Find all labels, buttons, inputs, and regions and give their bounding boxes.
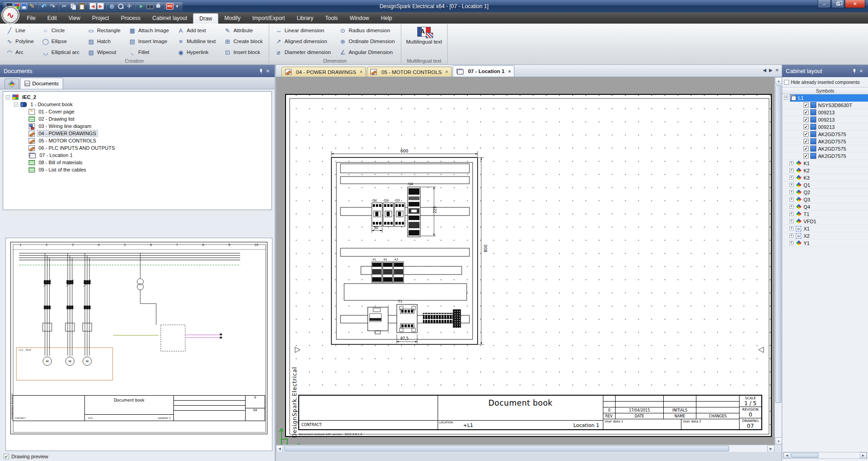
- ribbon-button[interactable]: ⊞ Create block: [220, 36, 267, 47]
- horizontal-scroll-thumb[interactable]: [791, 453, 819, 458]
- vertical-scroll-thumb[interactable]: [775, 85, 781, 403]
- checkbox-checked-icon[interactable]: ✔: [804, 146, 809, 151]
- redo-icon[interactable]: ↷: [49, 2, 56, 10]
- ribbon-button[interactable]: ○ Circle: [38, 25, 83, 36]
- ribbon-button[interactable]: ⌀ Diameter dimension: [271, 47, 335, 58]
- cabinet-tree-item[interactable]: + Q4: [782, 203, 868, 211]
- vertical-scrollbar[interactable]: ▲ ▼: [774, 77, 782, 445]
- checkbox-checked-icon[interactable]: ✔: [804, 103, 809, 108]
- ribbon-button[interactable]: ≡ Multiline text: [173, 36, 220, 47]
- find-icon[interactable]: [146, 2, 153, 10]
- tree-item[interactable]: 08 - Bill of materials: [3, 159, 271, 166]
- scroll-right-icon[interactable]: ▶: [767, 445, 774, 452]
- cabinet-tree-item[interactable]: + Q3: [782, 196, 868, 203]
- expander-icon[interactable]: +: [789, 190, 794, 194]
- checkbox-checked-icon[interactable]: ✔: [804, 117, 809, 122]
- ribbon-button[interactable]: ⊙ Radius dimension: [335, 25, 399, 36]
- toolbar-more-icon[interactable]: ▾: [174, 2, 180, 10]
- cabinet-tree-item[interactable]: ✔ AK2GD7575: [782, 131, 868, 138]
- cabinet-tree-item[interactable]: + Q2: [782, 189, 868, 196]
- expander-icon[interactable]: +: [789, 234, 794, 238]
- tree-item[interactable]: 05 - MOTOR CONTROLS: [3, 137, 271, 144]
- ribbon-button[interactable]: ◟ Fillet: [124, 47, 173, 58]
- menu-item[interactable]: View: [63, 12, 86, 24]
- ribbon-button[interactable]: ◡ Elliptical arc: [38, 47, 83, 58]
- scroll-right-icon[interactable]: ▶: [860, 452, 867, 458]
- cabinet-tree-item[interactable]: + K1: [782, 160, 868, 167]
- close-panel-icon[interactable]: ✕: [858, 69, 864, 74]
- menu-item[interactable]: Process: [115, 12, 146, 24]
- cabinet-tree-item[interactable]: + K3: [782, 174, 868, 181]
- menu-item[interactable]: Edit: [41, 12, 63, 24]
- drawing-preview-toggle[interactable]: ✔ Drawing preview: [4, 454, 48, 459]
- tree-item[interactable]: 01 - Cover page: [3, 108, 271, 115]
- cabinet-tree-item[interactable]: ✔ 009213: [782, 109, 868, 116]
- tree-item[interactable]: 06 - PLC INPUTS AND OUTPUTS: [3, 144, 271, 152]
- tree-item[interactable]: - IEC_2: [3, 93, 271, 101]
- menu-item[interactable]: Import/Export: [247, 12, 291, 24]
- menu-item[interactable]: Library: [291, 12, 320, 24]
- next-sheet-icon[interactable]: ▶: [97, 3, 104, 10]
- scroll-up-icon[interactable]: ▲: [775, 77, 782, 84]
- document-tab[interactable]: 05 - MOTOR CONTROLS ×: [367, 67, 452, 77]
- minimize-button[interactable]: –: [818, 0, 831, 8]
- save-icon[interactable]: [21, 3, 27, 10]
- checkbox-checked-icon[interactable]: ✔: [804, 132, 809, 137]
- pin-icon[interactable]: [852, 69, 857, 74]
- expander-icon[interactable]: +: [789, 241, 794, 245]
- cabinet-tree-item[interactable]: + Y1: [782, 240, 868, 247]
- ribbon-button[interactable]: ⊕ Ordinate Dimension: [335, 36, 399, 47]
- close-tab-icon[interactable]: ×: [445, 69, 448, 74]
- checkbox-checked-icon[interactable]: ✔: [804, 153, 809, 158]
- cabinet-tree-item[interactable]: ✔ NSYS3D8630T: [782, 102, 868, 109]
- menu-item[interactable]: Tools: [319, 12, 344, 24]
- document-tab[interactable]: 07 - Location 1 ×: [453, 65, 514, 77]
- expander-icon[interactable]: +: [789, 176, 794, 180]
- expander-icon[interactable]: +: [789, 212, 794, 216]
- view-3d-icon[interactable]: ➤: [137, 2, 145, 10]
- ribbon-button[interactable]: ▭ Rectangle: [84, 25, 125, 36]
- expander-icon[interactable]: +: [784, 96, 788, 100]
- close-button[interactable]: ✕: [845, 0, 865, 8]
- copy-icon[interactable]: [69, 2, 77, 10]
- checkbox-checked-icon[interactable]: ✔: [804, 124, 809, 129]
- expander-icon[interactable]: +: [789, 183, 794, 187]
- menu-item[interactable]: Project: [86, 12, 115, 24]
- pan-icon[interactable]: ✛: [125, 2, 133, 10]
- cabinet-tree-item[interactable]: ✔ 009213: [782, 116, 868, 123]
- cabinet-tree-item[interactable]: + ∞ X1: [782, 225, 868, 232]
- document-tab[interactable]: 04 - POWER DRAWINGS ×: [281, 67, 366, 77]
- expander-icon[interactable]: -: [14, 103, 18, 107]
- cabinet-tree-item[interactable]: ✔ 009213: [782, 123, 868, 131]
- ribbon-button[interactable]: ↔ Linear dimension: [271, 25, 335, 36]
- user-edit-icon[interactable]: ✎: [28, 2, 36, 10]
- menu-item[interactable]: Draw: [193, 13, 218, 24]
- tree-item[interactable]: - 1 - Document book: [3, 101, 271, 108]
- menu-item[interactable]: Window: [344, 12, 375, 24]
- tree-item[interactable]: 09 - List of the cables: [3, 166, 271, 173]
- plugin-icon[interactable]: [154, 2, 162, 10]
- horizontal-scroll-thumb[interactable]: [284, 446, 729, 451]
- checkbox-checked-icon[interactable]: ✔: [804, 110, 809, 115]
- ribbon-button[interactable]: ◯ Ellipse: [38, 36, 83, 47]
- expander-icon[interactable]: +: [789, 197, 794, 201]
- cabinet-tree-item[interactable]: ✔ AK2GD7575: [782, 152, 868, 160]
- zoom-window-icon[interactable]: ⊕: [108, 2, 116, 10]
- cabinet-tree-item[interactable]: ✔ AK2GD7575: [782, 145, 868, 152]
- close-tab-icon[interactable]: ×: [508, 69, 511, 74]
- restore-button[interactable]: [831, 0, 844, 8]
- close-document-icon[interactable]: ✕: [775, 68, 779, 73]
- rs-logo-icon[interactable]: RS: [166, 3, 173, 10]
- tree-item[interactable]: 02 - Drawing list: [3, 115, 271, 123]
- horizontal-scrollbar[interactable]: ◀ ▶: [276, 445, 774, 452]
- menu-item[interactable]: File: [21, 12, 41, 24]
- cabinet-tree-item[interactable]: + K2: [782, 167, 868, 174]
- hide-inserted-toggle[interactable]: Hide already inserted components: [782, 77, 868, 87]
- scroll-left-icon[interactable]: ◀: [276, 445, 283, 452]
- checkbox-unchecked-icon[interactable]: [784, 80, 789, 85]
- cabinet-tree-item[interactable]: + ∞ X2: [782, 232, 868, 240]
- tree-item[interactable]: 04 - POWER DRAWINGS: [3, 130, 271, 137]
- tree-item[interactable]: 07 - Location 1: [3, 152, 271, 159]
- ribbon-button[interactable]: ▤ Insert Image: [124, 36, 173, 47]
- ribbon-button[interactable]: ∠ Angular Dimension: [335, 47, 399, 58]
